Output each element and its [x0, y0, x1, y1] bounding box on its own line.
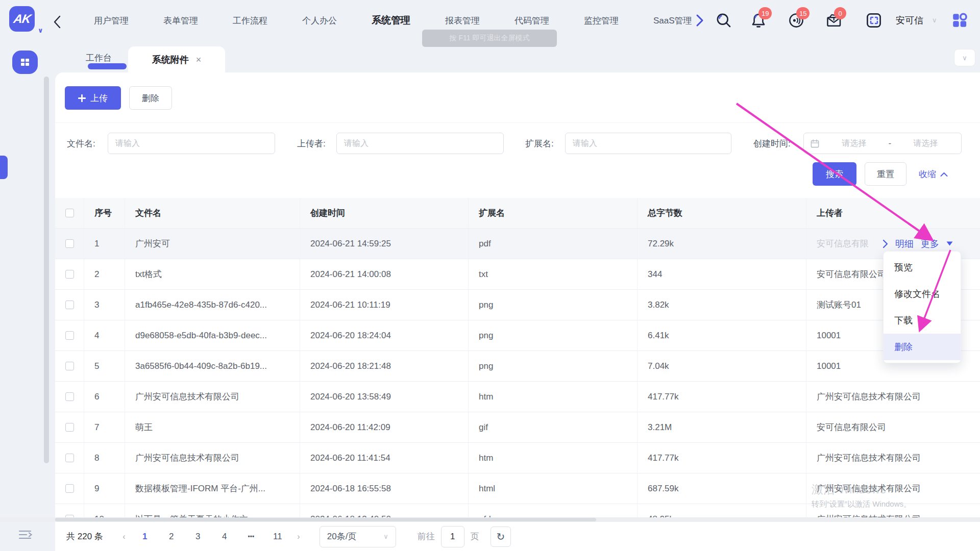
pagination-page-1[interactable]: 1	[136, 528, 154, 545]
horizontal-scrollbar-thumb[interactable]	[55, 518, 596, 521]
cell-created: 2024-06-21 14:59:25	[300, 229, 469, 259]
filter-uploader-input[interactable]	[336, 133, 504, 154]
cell-uploader: 广州安可信息技术有限公司	[806, 473, 980, 504]
table-row[interactable]: 1广州安可2024-06-21 14:59:25pdf72.29k安可信息有限明…	[55, 229, 980, 259]
table-row[interactable]: 4d9e68058-e5db-40fa-b3b9-deec...2024-06-…	[55, 320, 980, 351]
pagination-ellipsis[interactable]: •••	[242, 528, 260, 545]
mail-icon[interactable]: 0	[825, 11, 843, 30]
table-body: 1广州安可2024-06-21 14:59:25pdf72.29k安可信息有限明…	[55, 229, 980, 535]
sidebar-apps-button[interactable]	[12, 51, 38, 74]
cell-uploader: 广州安可信息技术有限公司	[806, 443, 980, 473]
brand-logo[interactable]: AK	[9, 6, 35, 32]
back-chevron-icon[interactable]	[53, 15, 61, 31]
tab-close-icon[interactable]: ×	[196, 55, 202, 65]
top-navbar: AK ∨ 用户管理表单管理工作流程个人办公系统管理报表管理代码管理监控管理Saa…	[0, 0, 980, 41]
search-button[interactable]: 搜索	[813, 162, 856, 186]
search-icon[interactable]	[715, 11, 733, 30]
table-row[interactable]: 8广州安可信息技术有限公司2024-06-20 11:41:54htm417.7…	[55, 443, 980, 473]
pagination-page-3[interactable]: 3	[189, 528, 207, 545]
row-checkbox[interactable]	[65, 239, 74, 248]
attachments-table: 序号 文件名 创建时间 扩展名 总字节数 上传者 1广州安可2024-06-21…	[55, 198, 980, 551]
row-checkbox[interactable]	[65, 423, 74, 432]
menu-more-chevron-icon[interactable]	[695, 13, 704, 30]
reset-button[interactable]: 重置	[865, 162, 906, 186]
collapse-filters-link[interactable]: 收缩	[919, 168, 948, 180]
dropdown-item-3[interactable]: 删除	[884, 334, 961, 360]
nav-item-5[interactable]: 报表管理	[428, 15, 497, 27]
row-checkbox[interactable]	[65, 454, 74, 462]
col-header-extension: 扩展名	[469, 198, 638, 228]
row-checkbox[interactable]	[65, 300, 74, 309]
user-name[interactable]: 安可信	[896, 14, 923, 27]
vertical-scrollbar[interactable]	[44, 77, 49, 463]
cell-name: txt格式	[125, 259, 300, 289]
delete-button[interactable]: 删除	[129, 86, 172, 110]
cell-ext: txt	[469, 259, 638, 289]
pagination-page-11[interactable]: 11	[269, 528, 286, 545]
detail-link[interactable]: 明细	[895, 238, 914, 250]
filter-extension-input[interactable]	[565, 133, 731, 154]
pagination-page-2[interactable]: 2	[163, 528, 180, 545]
select-all-checkbox[interactable]	[65, 209, 74, 217]
upload-button[interactable]: 上传	[65, 86, 121, 110]
logo-chevron-down-icon[interactable]: ∨	[38, 27, 43, 34]
cell-name: 数据模板管理-IFORM 平台-广州...	[125, 473, 300, 504]
row-checkbox-cell	[55, 320, 84, 350]
tab-workbench[interactable]: 工作台	[86, 52, 112, 64]
voice-broadcast-icon[interactable]: 15	[787, 11, 805, 30]
row-checkbox[interactable]	[65, 331, 74, 340]
pagination-pages: 1234•••11	[132, 528, 291, 545]
more-link[interactable]: 更多	[921, 238, 939, 250]
tab-list-dropdown-button[interactable]: ∨	[954, 49, 975, 66]
notification-bell-icon[interactable]: 19	[749, 11, 768, 30]
more-dropdown-triangle-icon[interactable]	[946, 241, 953, 246]
user-chevron-down-icon[interactable]: ∨	[932, 16, 937, 24]
nav-item-4[interactable]: 系统管理	[354, 14, 428, 27]
cell-created: 2024-06-18 16:55:58	[300, 473, 469, 504]
filter-date-range[interactable]: 请选择 - 请选择	[803, 133, 962, 154]
nav-item-2[interactable]: 工作流程	[215, 15, 285, 27]
dropdown-item-0[interactable]: 预览	[884, 254, 961, 281]
horizontal-scrollbar[interactable]	[0, 517, 980, 522]
pagination-page-4[interactable]: 4	[216, 528, 233, 545]
nav-item-3[interactable]: 个人办公	[285, 15, 354, 27]
row-checkbox[interactable]	[65, 270, 74, 279]
row-checkbox[interactable]	[65, 362, 74, 370]
dropdown-item-1[interactable]: 修改文件名	[884, 281, 961, 307]
table-row[interactable]: 6广州安可信息技术有限公司2024-06-20 13:58:49htm417.7…	[55, 382, 980, 412]
page-size-select[interactable]: 20条/页 ∨	[320, 526, 396, 547]
nav-item-6[interactable]: 代码管理	[497, 15, 567, 27]
main-menu: 用户管理表单管理工作流程个人办公系统管理报表管理代码管理监控管理SaaS管理	[77, 0, 709, 41]
table-row[interactable]: 53a6585f6-0b44-409c-8a2b-6b19...2024-06-…	[55, 351, 980, 382]
refresh-button[interactable]: ↻	[491, 527, 511, 547]
row-checkbox-cell	[55, 290, 84, 320]
table-row[interactable]: 7萌王2024-06-20 11:42:09gif3.21M安可信息有限公司	[55, 412, 980, 443]
bell-badge: 19	[758, 7, 772, 19]
cell-ext: htm	[469, 382, 638, 412]
goto-page-input[interactable]	[441, 526, 464, 547]
row-checkbox[interactable]	[65, 392, 74, 401]
nav-item-0[interactable]: 用户管理	[77, 15, 146, 27]
row-expand-chevron-icon[interactable]	[883, 239, 888, 248]
table-row[interactable]: 3a1fb465e-42e8-435b-87d6-c420...2024-06-…	[55, 290, 980, 320]
cell-ext: htm	[469, 443, 638, 473]
collapse-menu-icon[interactable]	[17, 529, 35, 543]
cell-no: 1	[84, 229, 125, 259]
filter-extension-label: 扩展名:	[525, 134, 554, 154]
row-checkbox[interactable]	[65, 484, 74, 493]
filter-filename-input[interactable]	[108, 133, 275, 154]
nav-item-7[interactable]: 监控管理	[567, 15, 636, 27]
pagination-next-icon[interactable]: ›	[291, 532, 306, 541]
col-header-uploader: 上传者	[806, 198, 980, 228]
table-row[interactable]: 2txt格式2024-06-21 14:00:08txt344安可信息有限公司	[55, 259, 980, 290]
fullscreen-icon[interactable]	[865, 11, 883, 30]
apps-grid-icon[interactable]	[950, 11, 969, 30]
table-row[interactable]: 9数据模板管理-IFORM 平台-广州...2024-06-18 16:55:5…	[55, 473, 980, 504]
date-separator: -	[889, 139, 891, 148]
dropdown-item-2[interactable]: 下载	[884, 307, 961, 334]
pagination-prev-icon[interactable]: ‹	[116, 532, 132, 541]
cell-no: 8	[84, 443, 125, 473]
nav-item-1[interactable]: 表单管理	[146, 15, 215, 27]
tab-system-attachments[interactable]: 系统附件 ×	[128, 46, 225, 73]
row-checkbox-cell	[55, 412, 84, 442]
